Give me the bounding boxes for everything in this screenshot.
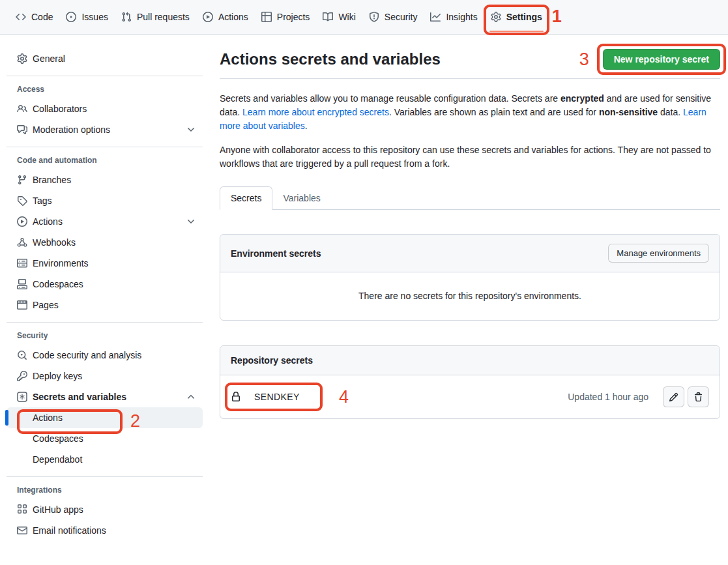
- intro-text: Secrets and variables allow you to manag…: [220, 92, 720, 171]
- sidebar-item-label: Dependabot: [33, 454, 82, 465]
- environment-secrets-empty-message: There are no secrets for this repository…: [220, 272, 720, 320]
- sidebar-item-label: Tags: [33, 196, 52, 206]
- play-icon: [203, 12, 213, 22]
- key-icon: [17, 371, 27, 381]
- browser-icon: [17, 300, 27, 310]
- intro-bold-non-sensitive: non-sensitive: [599, 107, 658, 117]
- secrets-variables-tabbar: Secrets Variables: [220, 186, 720, 210]
- sidebar-item-deploy-keys[interactable]: Deploy keys: [7, 366, 203, 386]
- sidebar-divider: [7, 147, 203, 147]
- secret-row-sendkey: SENDKEY 4 Updated 1 hour ago: [220, 375, 720, 418]
- main-content: Actions secrets and variables New reposi…: [220, 35, 720, 419]
- sidebar-header-integrations: Integrations: [7, 484, 203, 497]
- sidebar-item-label: Pages: [33, 300, 59, 310]
- chevron-down-icon: [186, 124, 196, 135]
- sidebar-subitem-codespaces[interactable]: Codespaces: [7, 428, 203, 449]
- page-title: Actions secrets and variables: [220, 49, 441, 70]
- apps-icon: [17, 504, 27, 515]
- sidebar-item-general[interactable]: General: [7, 48, 203, 69]
- sidebar-item-label: Code security and analysis: [33, 350, 141, 360]
- tab-actions[interactable]: Actions: [203, 0, 248, 34]
- tab-projects[interactable]: Projects: [261, 0, 310, 34]
- tab-code-label: Code: [31, 12, 53, 22]
- tab-security-label: Security: [385, 12, 418, 22]
- sidebar-item-label: Secrets and variables: [33, 392, 126, 402]
- intro-bold-encrypted: encrypted: [561, 93, 604, 104]
- selected-accent-bar: [5, 410, 8, 426]
- tab-variables[interactable]: Variables: [272, 187, 330, 209]
- tab-pull-requests-label: Pull requests: [137, 12, 190, 22]
- sidebar-item-label: General: [33, 53, 65, 64]
- intro-paragraph-1: Secrets and variables allow you to manag…: [220, 92, 720, 133]
- edit-secret-button[interactable]: [663, 386, 684, 407]
- annotation-number-2: 2: [130, 413, 140, 430]
- sidebar-item-label: Webhooks: [33, 237, 76, 248]
- intro-text-span: .: [305, 121, 308, 131]
- repository-secrets-title: Repository secrets: [231, 355, 313, 366]
- secret-name: SENDKEY: [254, 392, 300, 402]
- git-branch-icon: [17, 175, 27, 185]
- sidebar-item-pages[interactable]: Pages: [7, 295, 203, 315]
- intro-text-span: data.: [658, 107, 683, 117]
- trash-icon: [693, 392, 703, 402]
- new-repository-secret-button[interactable]: New repository secret: [603, 49, 720, 70]
- sidebar-item-tags[interactable]: Tags: [7, 190, 203, 211]
- tab-wiki[interactable]: Wiki: [323, 0, 355, 34]
- active-tab-underline: [489, 31, 544, 32]
- sidebar-item-label: Collaborators: [33, 104, 87, 114]
- sidebar-item-label: Deploy keys: [33, 371, 82, 381]
- codescan-icon: [17, 350, 27, 360]
- sidebar-item-branches[interactable]: Branches: [7, 169, 203, 190]
- tab-security[interactable]: Security: [369, 0, 418, 34]
- sidebar-header-code-automation: Code and automation: [7, 154, 203, 167]
- sidebar-item-moderation-options[interactable]: Moderation options: [7, 119, 203, 140]
- sidebar-item-environments[interactable]: Environments: [7, 253, 203, 274]
- repository-secrets-card: Repository secrets SENDKEY 4 Updated 1 h…: [220, 345, 720, 419]
- tab-pull-requests[interactable]: Pull requests: [121, 0, 190, 34]
- secret-row-actions: Updated 1 hour ago: [568, 386, 709, 407]
- manage-environments-button[interactable]: Manage environments: [608, 244, 709, 263]
- sidebar-divider: [7, 476, 203, 477]
- sidebar-item-code-security[interactable]: Code security and analysis: [7, 345, 203, 366]
- tab-projects-label: Projects: [277, 12, 310, 22]
- sidebar-item-collaborators[interactable]: Collaborators: [7, 98, 203, 119]
- main-header: Actions secrets and variables New reposi…: [220, 49, 720, 79]
- tab-settings[interactable]: Settings 1: [491, 0, 542, 34]
- issue-opened-icon: [66, 12, 76, 22]
- sidebar-item-label: Email notifications: [33, 525, 106, 536]
- people-icon: [17, 104, 27, 114]
- tab-code[interactable]: Code: [16, 0, 53, 34]
- sidebar-item-label: Moderation options: [33, 124, 110, 135]
- delete-secret-button[interactable]: [688, 386, 709, 407]
- tab-issues[interactable]: Issues: [66, 0, 108, 34]
- sidebar-item-codespaces[interactable]: Codespaces: [7, 274, 203, 295]
- git-pull-request-icon: [121, 12, 132, 22]
- sidebar-item-label: Actions: [33, 413, 63, 423]
- annotation-number-3: 3: [579, 51, 589, 68]
- environment-secrets-title: Environment secrets: [231, 248, 321, 259]
- comment-discussion-icon: [17, 124, 27, 135]
- sidebar-subitem-dependabot[interactable]: Dependabot: [7, 449, 203, 470]
- sidebar-item-secrets-and-variables[interactable]: Secrets and variables: [7, 386, 203, 407]
- chevron-up-icon: [186, 392, 196, 402]
- tab-insights-label: Insights: [446, 12, 477, 22]
- secret-name-group: SENDKEY 4: [231, 392, 300, 402]
- environment-secrets-card: Environment secrets Manage environments …: [220, 234, 720, 321]
- intro-text-span: . Variables are shown as plain text and …: [389, 107, 599, 117]
- tab-settings-label: Settings: [506, 12, 542, 22]
- codespaces-icon: [17, 279, 27, 289]
- tab-insights[interactable]: Insights: [430, 0, 477, 34]
- sidebar-subitem-actions-selected[interactable]: Actions 2: [7, 407, 203, 428]
- sidebar-divider: [7, 322, 203, 323]
- sidebar-item-github-apps[interactable]: GitHub apps: [7, 499, 203, 520]
- sidebar-item-actions[interactable]: Actions: [7, 211, 203, 232]
- webhook-icon: [17, 237, 27, 248]
- tab-secrets[interactable]: Secrets: [220, 186, 272, 210]
- sidebar-header-access: Access: [7, 83, 203, 96]
- sidebar-item-label: Codespaces: [33, 279, 83, 289]
- link-encrypted-secrets[interactable]: Learn more about encrypted secrets: [242, 107, 389, 117]
- mail-icon: [17, 525, 27, 536]
- sidebar-item-label: Codespaces: [33, 433, 83, 444]
- sidebar-item-webhooks[interactable]: Webhooks: [7, 232, 203, 253]
- sidebar-item-email-notifications[interactable]: Email notifications: [7, 520, 203, 541]
